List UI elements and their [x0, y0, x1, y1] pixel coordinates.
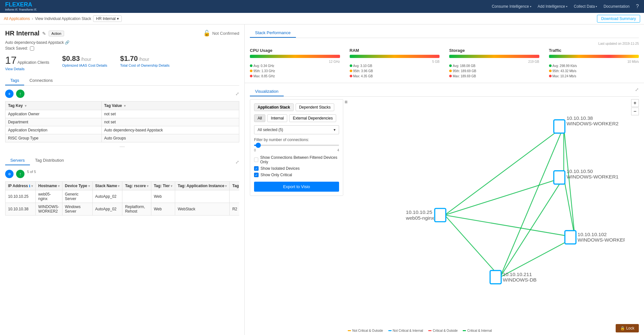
nav-documentation[interactable]: Documentation [603, 4, 630, 9]
menu-icon[interactable]: ≡ [345, 99, 347, 105]
tag-key-cell: Department [5, 118, 102, 126]
nav-collect-data[interactable]: Collect Data ▾ [574, 4, 597, 9]
export-visio-button[interactable]: Export to Visio [254, 182, 339, 192]
nav-add-intelligence[interactable]: Add Intelligence ▾ [538, 4, 567, 9]
svg-text:web05-nginx: web05-nginx [406, 215, 434, 221]
server-row: 10.10.10.38 WINDOWS-WORKER2 Windows Serv… [5, 203, 240, 215]
view-all-button[interactable]: All [254, 114, 265, 122]
chevron-down-icon: ▾ [117, 16, 119, 21]
flexera-tagline: Inform IT. Transform IT. [5, 8, 37, 12]
not-confirmed-badge: 🔓 Not Confirmed [203, 30, 239, 37]
show-isolated-row: ✓ Show Isolated Devices [254, 166, 339, 171]
tab-servers[interactable]: Servers [5, 156, 30, 165]
show-critical-checkbox[interactable]: ✓ [254, 173, 259, 177]
edit-icon[interactable]: ✎ [42, 31, 46, 36]
perf-metric-title: CPU Usage [250, 48, 340, 53]
show-critical-row: ✓ Show Only Critical [254, 173, 339, 177]
perf-metric-title: Storage [449, 48, 539, 53]
perf-stats: Avg: 3.10 GB95th: 3.96 GBMax: 4.35 GB [350, 63, 440, 79]
view-external-button[interactable]: External Dependencies [289, 114, 336, 122]
tag-key-cell: RISC Group Type [5, 134, 102, 142]
main-layout: HR Internal ✎ Action 🔓 Not Confirmed Aut… [0, 24, 644, 335]
all-selected-dropdown[interactable]: All selected (5) ▾ [254, 125, 339, 134]
optimized-cost-link[interactable]: Optimized IAAS Cost Details [62, 63, 107, 67]
tab-connections[interactable]: Connections [24, 76, 58, 85]
breadcrumb-app-dropdown[interactable]: HR Internal ▾ [93, 15, 122, 22]
filter-app-stack-button[interactable]: Application Stack [254, 103, 294, 111]
action-button[interactable]: Action [49, 31, 64, 36]
table-row: Application Ownernot set [5, 110, 239, 118]
legend-item: Not Critical & Internal [388, 329, 423, 332]
tab-tags[interactable]: Tags [5, 76, 24, 85]
legend-color [463, 330, 466, 331]
lock-button[interactable]: 🔒 Lock [616, 324, 639, 332]
viz-expand-icon[interactable]: ⤢ [635, 87, 639, 96]
cost2-unit: /hour [139, 57, 149, 62]
zoom-out-button[interactable]: − [631, 108, 639, 115]
add-tag-button[interactable]: + [5, 90, 14, 98]
perf-bar-bg [250, 55, 340, 58]
cost1-unit: /hour [81, 57, 91, 62]
download-summary-button[interactable]: Download Summary [597, 15, 640, 23]
legend-color [428, 330, 431, 331]
show-isolated-checkbox[interactable]: ✓ [254, 166, 259, 171]
metric-cost1: $0.83 /hour Optimized IAAS Cost Details [62, 54, 107, 71]
perf-stat: Avg: 298.99 Kb/s [549, 63, 639, 69]
svg-line-4 [445, 177, 564, 215]
view-type-buttons: All Internal External Dependencies [254, 114, 339, 122]
svg-rect-22 [490, 271, 501, 284]
stack-name-cell: AutoApp_02 [92, 190, 122, 203]
help-icon[interactable]: ? [636, 4, 639, 9]
filter-dependent-stacks-button[interactable]: Dependent Stacks [296, 103, 334, 111]
server-col-header: Tag: App Context ▾ [230, 182, 239, 190]
svg-line-5 [564, 177, 575, 237]
breadcrumb-bar: All Applications › View Individual Appli… [0, 13, 644, 24]
servers-section: Servers Tag Distribution ⤢ ⚙ ↑ 5 of 5 IP… [5, 156, 239, 215]
perf-stat: Avg: 188.08 GB [449, 63, 539, 69]
expand-icon[interactable]: ⤢ [235, 91, 239, 96]
perf-metric-item: CPU Usage 12 GHz Avg: 0.34 GHz95th: 1.33… [250, 48, 340, 79]
perf-stats: Avg: 298.99 Kb/s95th: 43.32 Mb/sMax: 10.… [549, 63, 639, 79]
perf-stats: Avg: 0.34 GHz95th: 1.33 GHzMax: 8.85 GHz [250, 63, 340, 79]
svg-line-9 [500, 237, 575, 277]
zoom-in-button[interactable]: + [631, 99, 639, 107]
stack-saved-checkbox[interactable] [30, 46, 34, 51]
metric-cost2: $1.70 /hour Total Cost of Ownership Deta… [120, 54, 169, 71]
view-internal-button[interactable]: Internal [267, 114, 287, 122]
tab-tag-distribution[interactable]: Tag Distribution [30, 156, 69, 165]
tco-link[interactable]: Total Cost of Ownership Details [120, 63, 169, 67]
tags-toolbar: + ↑ ⤢ [5, 90, 239, 98]
show-connections-row: Show Connections Between Filtered Device… [254, 155, 339, 164]
server-expand-icon[interactable]: ⤢ [235, 159, 239, 165]
show-connections-label: Show Connections Between Filtered Device… [260, 155, 339, 164]
servers-tabs: Servers Tag Distribution [5, 156, 233, 165]
tab-visualization[interactable]: Visualization [250, 87, 284, 96]
perf-stat: 95th: 43.32 Mb/s [549, 69, 639, 74]
view-details-link[interactable]: View Details [5, 67, 49, 71]
server-list-toolbar: ⚙ ↑ 5 of 5 [5, 170, 239, 178]
perf-stat: Max: 10.24 Mb/s [549, 74, 639, 79]
nav-links: Consume Intelligence ▾ Add Intelligence … [492, 4, 639, 9]
chevron-down-icon: ▾ [596, 5, 597, 8]
nav-consume-intelligence[interactable]: Consume Intelligence ▾ [492, 4, 531, 9]
slider-thumb[interactable] [256, 143, 261, 148]
breadcrumb-all-apps[interactable]: All Applications [4, 16, 30, 21]
cost1-value: $0.83 [62, 54, 80, 62]
server-filter-button[interactable]: ⚙ [5, 170, 14, 178]
visualization-section: Visualization ⤢ ≡ Application Stack Depe… [245, 83, 644, 335]
metrics-row: 17 Application Clients View Details $0.8… [5, 54, 239, 71]
perf-metrics: CPU Usage 12 GHz Avg: 0.34 GHz95th: 1.33… [250, 48, 639, 79]
tags-table: Tag Key ▾ Tag Value ▾ Application Ownern… [5, 101, 239, 142]
import-button[interactable]: ↑ [16, 90, 24, 98]
stat-dot [250, 70, 252, 72]
logo: FLEXERA Inform IT. Transform IT. [5, 1, 37, 12]
breadcrumb: All Applications › View Individual Appli… [4, 15, 122, 22]
show-isolated-label: Show Isolated Devices [260, 166, 299, 171]
ip-cell: 10.10.10.25 [5, 190, 36, 203]
show-connections-checkbox[interactable] [254, 158, 258, 162]
tab-stack-performance[interactable]: Stack Performance [250, 28, 296, 38]
server-export-button[interactable]: ↑ [16, 170, 24, 178]
scroll-bar[interactable]: — [5, 142, 239, 151]
svg-text:WINDOWS-WORKER3: WINDOWS-WORKER3 [578, 237, 625, 243]
filter-type-buttons: Application Stack Dependent Stacks [254, 103, 339, 111]
